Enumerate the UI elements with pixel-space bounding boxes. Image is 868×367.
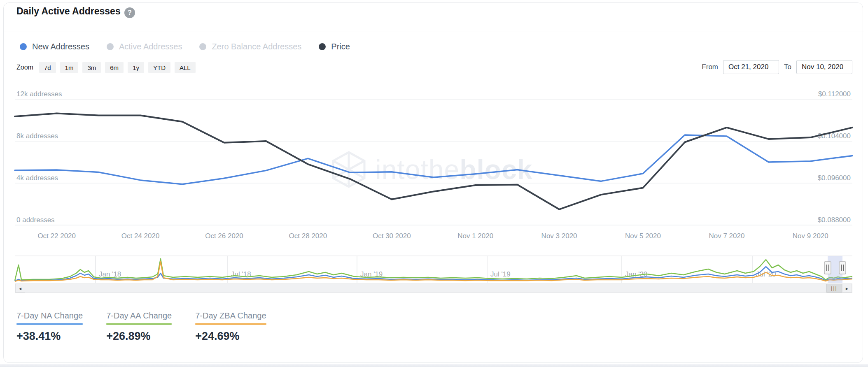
help-icon[interactable]: ? — [124, 7, 135, 18]
zoom-label: Zoom — [16, 64, 33, 71]
stat-label: 7-Day NA Change — [16, 311, 83, 323]
stat-7-day-na-change: 7-Day NA Change+38.41% — [16, 311, 83, 343]
zoom-button-7d[interactable]: 7d — [39, 62, 56, 73]
stat-value: +24.69% — [195, 330, 239, 343]
navigator-scrollbar[interactable]: ◄ ||| ► — [15, 283, 852, 293]
stat-underline — [16, 323, 83, 325]
legend-item-new-addresses[interactable]: New Addresses — [20, 42, 89, 51]
legend-dot-new-addresses — [20, 43, 27, 50]
from-label: From — [702, 63, 718, 71]
daily-active-addresses-widget: Daily Active Addresses ? New AddressesAc… — [0, 0, 868, 367]
date-range-toolbar: From To — [702, 60, 852, 74]
zoom-buttons-group: 7d1m3m6m1yYTDALL — [39, 62, 196, 73]
stat-underline — [195, 323, 266, 325]
zoom-button-1y[interactable]: 1y — [128, 62, 144, 73]
to-date-input[interactable] — [796, 60, 852, 74]
stat-label: 7-Day AA Change — [106, 311, 172, 323]
page-title: Daily Active Addresses — [16, 6, 121, 17]
zoom-button-ytd[interactable]: YTD — [148, 62, 170, 73]
stat-7-day-aa-change: 7-Day AA Change+26.89% — [106, 311, 172, 343]
scrollbar-thumb[interactable]: ||| — [826, 284, 842, 293]
legend-label: New Addresses — [32, 42, 89, 51]
navigator-handle-right[interactable] — [839, 262, 846, 274]
from-date-input[interactable] — [723, 60, 779, 74]
legend-item-price[interactable]: Price — [319, 42, 350, 51]
legend-label: Active Addresses — [119, 42, 182, 51]
stat-value: +26.89% — [106, 330, 150, 343]
zoom-button-all[interactable]: ALL — [175, 62, 196, 73]
seven-day-change-stats: 7-Day NA Change+38.41%7-Day AA Change+26… — [16, 311, 266, 343]
legend-dot-price — [319, 43, 326, 50]
scrollbar-grip-icon: ||| — [831, 286, 837, 291]
chart-legend: New AddressesActive AddressesZero Balanc… — [20, 42, 350, 51]
navigator-handle-left[interactable] — [824, 262, 831, 274]
legend-item-active-addresses[interactable]: Active Addresses — [107, 42, 182, 51]
main-chart-plot-area[interactable] — [15, 81, 852, 225]
stat-label: 7-Day ZBA Change — [195, 311, 266, 323]
legend-dot-active-addresses — [107, 43, 114, 50]
stat-underline — [106, 323, 172, 325]
legend-dot-zero-balance-addresses — [199, 43, 206, 50]
legend-item-zero-balance-addresses[interactable]: Zero Balance Addresses — [199, 42, 301, 51]
page-bottom-strip — [0, 364, 868, 367]
zoom-button-1m[interactable]: 1m — [60, 62, 79, 73]
zoom-button-3m[interactable]: 3m — [82, 62, 101, 73]
scrollbar-left-arrow-icon[interactable]: ◄ — [15, 284, 25, 293]
stat-value: +38.41% — [16, 330, 61, 343]
zoom-button-6m[interactable]: 6m — [105, 62, 124, 73]
legend-label: Zero Balance Addresses — [212, 42, 301, 51]
to-label: To — [784, 63, 791, 71]
legend-label: Price — [331, 42, 350, 51]
scrollbar-right-arrow-icon[interactable]: ► — [842, 284, 852, 293]
zoom-toolbar: Zoom 7d1m3m6m1yYTDALL — [16, 62, 196, 73]
header-divider — [4, 32, 864, 32]
stat-7-day-zba-change: 7-Day ZBA Change+24.69% — [195, 311, 266, 343]
